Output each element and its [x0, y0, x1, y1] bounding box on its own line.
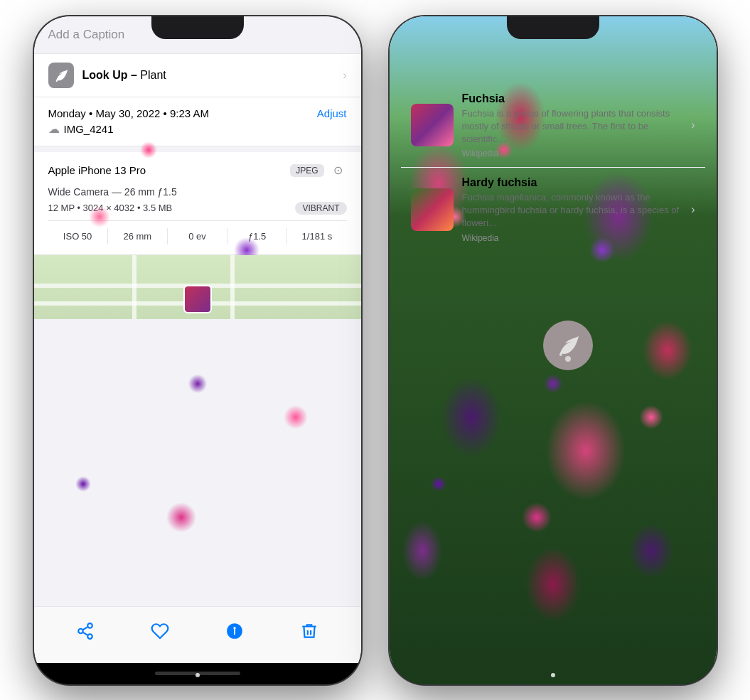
result-text-fuchsia: Fuchsia Fuchsia is a genus of flowering …	[462, 92, 686, 159]
result-name-fuchsia: Fuchsia	[462, 92, 686, 105]
result-desc-fuchsia: Fuchsia is a genus of flowering plants t…	[462, 107, 686, 146]
result-item-fuchsia[interactable]: Fuchsia Fuchsia is a genus of flowering …	[401, 84, 705, 168]
result-card: Fuchsia Fuchsia is a genus of flowering …	[401, 84, 705, 252]
result-thumb-fuchsia	[411, 104, 454, 146]
result-text-hardy: Hardy fuchsia Fuchsia magellanica, commo…	[462, 176, 686, 243]
phone-1: Add a Caption Look Up – Plant ›	[34, 16, 361, 684]
siri-leaf-icon	[555, 333, 581, 358]
phone-2: Results ✕ Siri Knowledge Show More	[390, 16, 717, 684]
result-source-hardy: Wikipedia	[462, 233, 686, 243]
result-source-fuchsia: Wikipedia	[462, 149, 686, 158]
siri-circle	[543, 321, 593, 370]
result-item-hardy[interactable]: Hardy fuchsia Fuchsia magellanica, commo…	[401, 168, 705, 252]
result-desc-hardy: Fuchsia magellanica, commonly known as t…	[462, 191, 686, 230]
notch-2	[507, 16, 599, 39]
map-area[interactable]	[34, 255, 361, 319]
map-thumbnail	[183, 285, 212, 313]
result-thumb-hardy	[411, 188, 454, 231]
result-chevron-hardy: ›	[691, 203, 695, 216]
result-chevron-fuchsia: ›	[691, 119, 695, 131]
result-name-hardy: Hardy fuchsia	[462, 176, 686, 189]
notch-1	[151, 16, 244, 39]
